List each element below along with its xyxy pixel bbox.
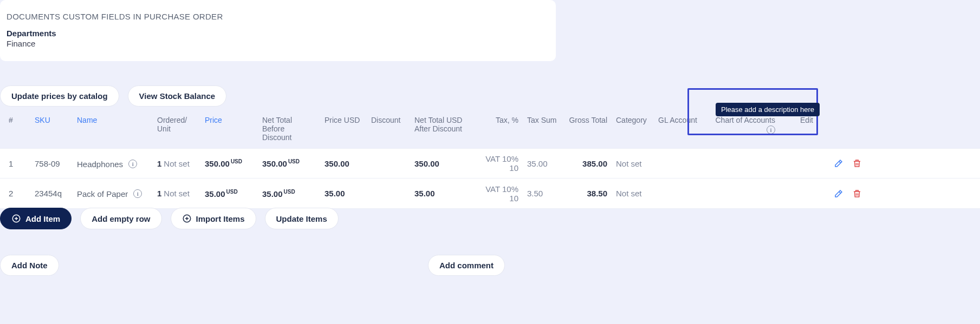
import-items-button[interactable]: Import Items [171, 208, 256, 229]
cell-actions [817, 158, 872, 168]
add-item-button[interactable]: Add Item [0, 208, 72, 229]
price-value: 350.00 [205, 159, 230, 168]
cell-tax: VAT 10% 10 [473, 184, 523, 203]
cell-name: Pack of Paper [73, 188, 153, 199]
add-note-button[interactable]: Add Note [0, 255, 59, 276]
info-icon[interactable] [133, 189, 142, 198]
edit-icon[interactable] [834, 158, 843, 168]
cell-sku: 758-09 [30, 159, 73, 168]
cell-index: 2 [0, 189, 30, 198]
col-header-tax-sum: Tax Sum [523, 116, 563, 124]
col-header-edit: Edit [780, 116, 817, 124]
import-items-label: Import Items [196, 214, 245, 223]
price-value: 35.00 [205, 189, 225, 199]
cell-tax-sum: 35.00 [523, 159, 563, 168]
line-items-table: # SKU Name Ordered/ Unit Price Net Total… [0, 111, 980, 209]
net-before-value: 350.00 [262, 159, 287, 168]
col-header-ordered-unit: Ordered/ Unit [153, 116, 200, 133]
coa-tooltip: Please add a description here [716, 103, 820, 116]
net-before-currency: USD [288, 158, 300, 164]
update-items-button[interactable]: Update Items [265, 208, 339, 229]
col-header-net-after: Net Total USD After Discount [410, 116, 473, 133]
plus-circle-icon [11, 214, 21, 223]
edit-icon[interactable] [834, 189, 843, 199]
ordered-qty: 1 [157, 189, 161, 198]
col-header-discount: Discount [367, 116, 410, 124]
info-icon[interactable] [128, 160, 137, 168]
update-prices-button[interactable]: Update prices by catalog [0, 85, 119, 107]
cell-actions [817, 189, 872, 199]
col-header-net-before: Net Total Before Discount [258, 116, 320, 142]
table-row: 1 758-09 Headphones 1Not set 350.00USD 3… [0, 148, 980, 178]
cell-net-after: 35.00 [410, 189, 473, 198]
col-header-gross-total: Gross Total [563, 116, 612, 124]
cell-gross-total: 38.50 [563, 189, 612, 198]
col-header-gl-account: GL Account [654, 116, 702, 124]
table-header-row: # SKU Name Ordered/ Unit Price Net Total… [0, 111, 980, 148]
info-icon[interactable] [767, 125, 775, 134]
custom-fields-title: DOCUMENTS CUSTOM FIELDS IN PURCHASE ORDE… [7, 12, 546, 21]
trash-icon[interactable] [852, 189, 862, 199]
net-before-value: 35.00 [262, 189, 283, 199]
cell-price: 350.00USD [200, 158, 258, 168]
add-comment-button[interactable]: Add comment [428, 255, 505, 276]
col-header-price-usd: Price USD [320, 116, 367, 124]
plus-circle-icon [182, 214, 192, 223]
cell-tax-sum: 3.50 [523, 189, 563, 198]
net-before-currency: USD [284, 189, 295, 195]
col-header-name[interactable]: Name [73, 116, 153, 124]
coa-header-label: Chart of Accounts [715, 116, 775, 124]
trash-icon[interactable] [852, 158, 862, 168]
table-toolbar-bottom: Add Item Add empty row Import Items Upda… [0, 208, 339, 229]
table-row: 2 23454q Pack of Paper 1Not set 35.00USD… [0, 178, 980, 209]
view-stock-button[interactable]: View Stock Balance [128, 85, 227, 107]
add-empty-row-button[interactable]: Add empty row [80, 208, 161, 229]
cell-ordered-unit: 1Not set [153, 189, 200, 198]
cell-net-after: 350.00 [410, 159, 473, 168]
col-header-index: # [0, 116, 30, 124]
cell-net-before: 350.00USD [258, 158, 320, 168]
ordered-unit: Not set [164, 159, 190, 168]
col-header-sku[interactable]: SKU [30, 116, 73, 124]
price-currency: USD [226, 189, 238, 195]
cell-category: Not set [612, 159, 654, 168]
table-body: 1 758-09 Headphones 1Not set 350.00USD 3… [0, 148, 980, 209]
ordered-unit: Not set [164, 189, 190, 198]
add-item-label: Add Item [25, 214, 60, 223]
cell-sku: 23454q [30, 189, 73, 198]
table-toolbar-top: Update prices by catalog View Stock Bala… [0, 85, 226, 107]
col-header-price[interactable]: Price [200, 116, 258, 124]
col-header-category: Category [612, 116, 654, 124]
cell-ordered-unit: 1Not set [153, 159, 200, 168]
cell-category: Not set [612, 189, 654, 198]
custom-fields-card: DOCUMENTS CUSTOM FIELDS IN PURCHASE ORDE… [0, 0, 556, 61]
cell-price: 35.00USD [200, 189, 258, 199]
ordered-qty: 1 [157, 159, 161, 168]
cell-price-usd: 350.00 [320, 159, 367, 168]
departments-label: Departments [7, 29, 546, 38]
col-header-tax: Tax, % [473, 116, 523, 124]
price-currency: USD [231, 158, 242, 164]
item-name: Pack of Paper [77, 189, 128, 199]
departments-value: Finance [7, 39, 546, 48]
cell-index: 1 [0, 159, 30, 168]
col-header-chart-of-accounts: Chart of Accounts [702, 116, 780, 135]
cell-net-before: 35.00USD [258, 189, 320, 199]
item-name: Headphones [77, 160, 123, 169]
cell-price-usd: 35.00 [320, 189, 367, 198]
cell-gross-total: 385.00 [563, 159, 612, 168]
cell-tax: VAT 10% 10 [473, 154, 523, 173]
cell-name: Headphones [73, 158, 153, 169]
